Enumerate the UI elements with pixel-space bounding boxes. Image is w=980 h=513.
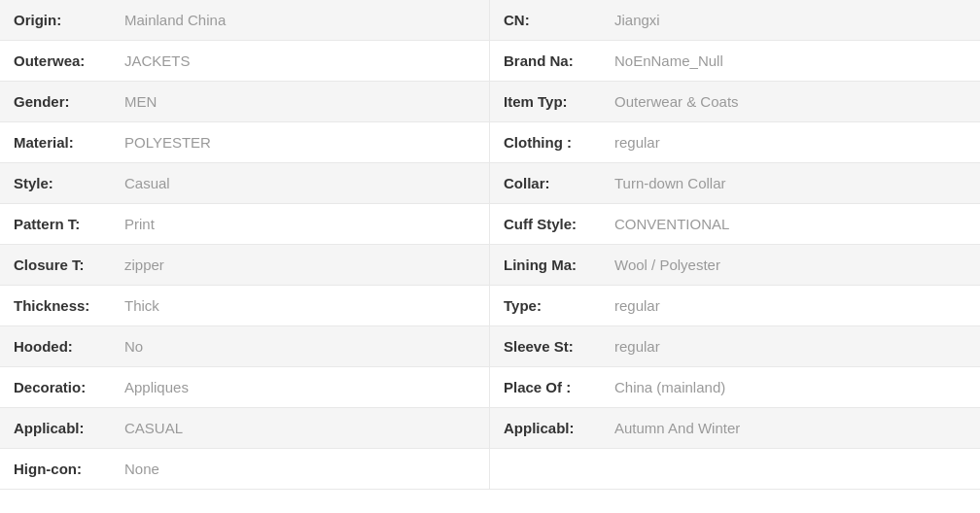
right-cell: Applicabl:Autumn And Winter: [490, 408, 980, 448]
table-row: Origin:Mainland ChinaCN:Jiangxi: [0, 0, 980, 41]
cell-value: None: [124, 461, 159, 477]
cell-label: Closure T:: [14, 256, 121, 273]
cell-value: China (mainland): [614, 379, 725, 395]
cell-label: Place Of :: [504, 379, 611, 395]
cell-value: Thick: [124, 297, 159, 314]
cell-value: Autumn And Winter: [614, 420, 740, 436]
cell-label: Collar:: [504, 175, 611, 191]
cell-value: Turn-down Collar: [614, 175, 726, 191]
right-cell: Type:regular: [490, 286, 980, 325]
right-cell: Lining Ma:Wool / Polyester: [490, 245, 980, 285]
cell-label: Material:: [14, 134, 121, 151]
cell-label: Pattern T:: [14, 216, 121, 232]
cell-value: NoEnName_Null: [614, 52, 723, 69]
right-cell: Place Of :China (mainland): [490, 367, 980, 407]
cell-value: Casual: [124, 175, 170, 191]
table-row: Decoratio:AppliquesPlace Of :China (main…: [0, 367, 980, 408]
table-row: Thickness:ThickType:regular: [0, 286, 980, 326]
left-cell: Origin:Mainland China: [0, 0, 490, 40]
left-cell: Material:POLYESTER: [0, 122, 490, 162]
cell-value: CONVENTIONAL: [614, 216, 729, 232]
left-cell: Applicabl:CASUAL: [0, 408, 490, 448]
cell-label: Cuff Style:: [504, 216, 611, 232]
cell-label: Outerwea:: [14, 52, 121, 69]
right-cell: CN:Jiangxi: [490, 0, 980, 40]
table-row: Outerwea:JACKETSBrand Na:NoEnName_Null: [0, 41, 980, 82]
cell-label: Lining Ma:: [504, 256, 611, 273]
cell-value: Outerwear & Coats: [614, 93, 739, 110]
left-cell: Pattern T:Print: [0, 204, 490, 244]
left-cell: Decoratio:Appliques: [0, 367, 490, 407]
cell-label: Gender:: [14, 93, 121, 110]
right-cell: Brand Na:NoEnName_Null: [490, 41, 980, 81]
left-cell: Outerwea:JACKETS: [0, 41, 490, 81]
table-row: Material:POLYESTERClothing :regular: [0, 122, 980, 163]
right-cell: [490, 449, 980, 489]
cell-value: No: [124, 338, 143, 355]
cell-label: Origin:: [14, 12, 121, 28]
cell-label: Hign-con:: [14, 461, 121, 477]
cell-value: regular: [614, 338, 660, 355]
cell-value: Jiangxi: [614, 12, 660, 28]
right-cell: Clothing :regular: [490, 122, 980, 162]
cell-label: Brand Na:: [504, 52, 611, 69]
table-row: Hooded:NoSleeve St:regular: [0, 326, 980, 367]
cell-value: regular: [614, 297, 660, 314]
cell-value: Appliques: [124, 379, 189, 395]
cell-label: Thickness:: [14, 297, 121, 314]
cell-label: Hooded:: [14, 338, 121, 355]
cell-label: CN:: [504, 12, 611, 28]
cell-label: Type:: [504, 297, 611, 314]
table-row: Style:CasualCollar:Turn-down Collar: [0, 163, 980, 204]
cell-value: Print: [124, 216, 155, 232]
left-cell: Gender:MEN: [0, 82, 490, 121]
right-cell: Cuff Style:CONVENTIONAL: [490, 204, 980, 244]
left-cell: Hign-con:None: [0, 449, 490, 489]
cell-label: Sleeve St:: [504, 338, 611, 355]
left-cell: Style:Casual: [0, 163, 490, 203]
cell-label: Applicabl:: [14, 420, 121, 436]
right-cell: Sleeve St:regular: [490, 326, 980, 366]
cell-value: Mainland China: [124, 12, 226, 28]
left-cell: Closure T:zipper: [0, 245, 490, 285]
cell-value: Wool / Polyester: [614, 256, 720, 273]
table-row: Pattern T:PrintCuff Style:CONVENTIONAL: [0, 204, 980, 245]
cell-label: Applicabl:: [504, 420, 611, 436]
cell-label: Decoratio:: [14, 379, 121, 395]
cell-label: Item Typ:: [504, 93, 611, 110]
table-row: Hign-con:None: [0, 449, 980, 490]
right-cell: Item Typ:Outerwear & Coats: [490, 82, 980, 121]
cell-value: CASUAL: [124, 420, 183, 436]
product-details-table: Origin:Mainland ChinaCN:JiangxiOuterwea:…: [0, 0, 980, 490]
right-cell: Collar:Turn-down Collar: [490, 163, 980, 203]
cell-value: regular: [614, 134, 660, 151]
left-cell: Hooded:No: [0, 326, 490, 366]
cell-value: MEN: [124, 93, 157, 110]
table-row: Closure T:zipperLining Ma:Wool / Polyest…: [0, 245, 980, 286]
cell-value: POLYESTER: [124, 134, 211, 151]
table-row: Applicabl:CASUALApplicabl:Autumn And Win…: [0, 408, 980, 449]
cell-label: Clothing :: [504, 134, 611, 151]
cell-value: JACKETS: [124, 52, 191, 69]
cell-label: Style:: [14, 175, 121, 191]
table-row: Gender:MENItem Typ:Outerwear & Coats: [0, 82, 980, 122]
left-cell: Thickness:Thick: [0, 286, 490, 325]
cell-value: zipper: [124, 256, 164, 273]
